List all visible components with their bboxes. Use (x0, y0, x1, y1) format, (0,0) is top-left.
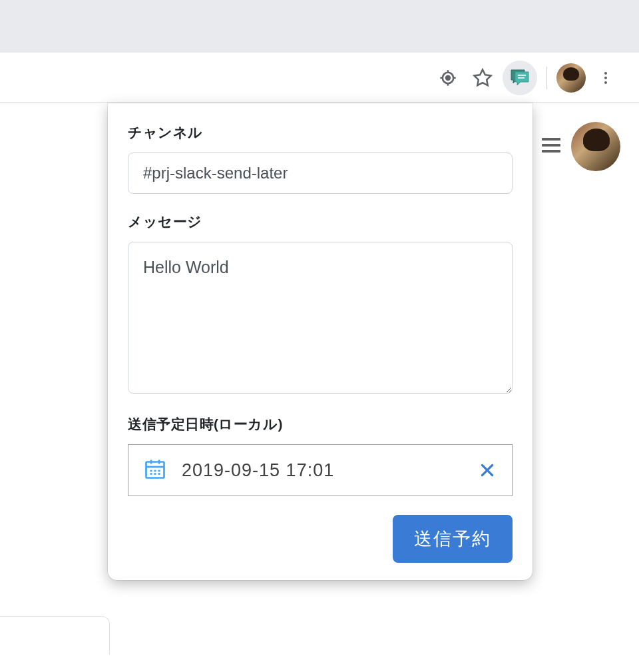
submit-button[interactable]: 送信予約 (393, 515, 513, 563)
extension-popup: チャンネル メッセージ 送信予定日時(ローカル) (108, 103, 532, 580)
avatar[interactable] (571, 122, 620, 171)
channel-label: チャンネル (128, 123, 513, 142)
browser-toolbar (0, 53, 639, 103)
datetime-field-group: 送信予定日時(ローカル) 20 (128, 415, 513, 496)
page-content: チャンネル メッセージ 送信予定日時(ローカル) (0, 103, 639, 672)
svg-rect-12 (146, 462, 164, 478)
channel-field-group: チャンネル (128, 123, 513, 194)
chat-extension-icon[interactable] (503, 61, 537, 95)
kebab-menu-icon[interactable] (591, 63, 620, 93)
location-target-icon[interactable] (433, 63, 463, 93)
browser-tab-strip (0, 0, 639, 53)
page-side-tab (0, 616, 110, 655)
message-label: メッセージ (128, 212, 513, 231)
calendar-icon (143, 457, 167, 484)
star-icon[interactable] (468, 63, 497, 93)
hamburger-menu-icon[interactable] (542, 138, 560, 153)
datetime-label: 送信予定日時(ローカル) (128, 415, 513, 434)
datetime-value: 2019-09-15 17:01 (182, 460, 463, 481)
toolbar-divider (546, 67, 547, 89)
channel-input[interactable] (128, 153, 513, 194)
svg-point-11 (604, 81, 607, 84)
svg-point-9 (604, 72, 607, 75)
datetime-input[interactable]: 2019-09-15 17:01 (128, 444, 513, 496)
avatar[interactable] (556, 63, 586, 93)
close-icon[interactable] (477, 460, 497, 480)
submit-row: 送信予約 (128, 515, 513, 563)
svg-point-10 (604, 77, 607, 79)
message-field-group: メッセージ (128, 212, 513, 396)
svg-marker-6 (475, 69, 491, 85)
message-input[interactable] (128, 242, 513, 394)
svg-point-1 (446, 76, 450, 80)
